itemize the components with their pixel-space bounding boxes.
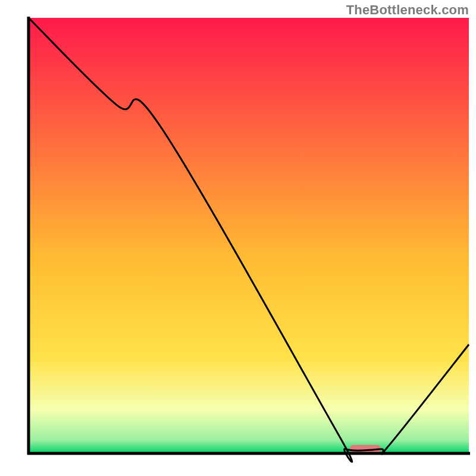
plot-area xyxy=(29,18,469,453)
watermark-text: TheBottleneck.com xyxy=(346,2,469,18)
bottleneck-chart xyxy=(0,0,476,476)
